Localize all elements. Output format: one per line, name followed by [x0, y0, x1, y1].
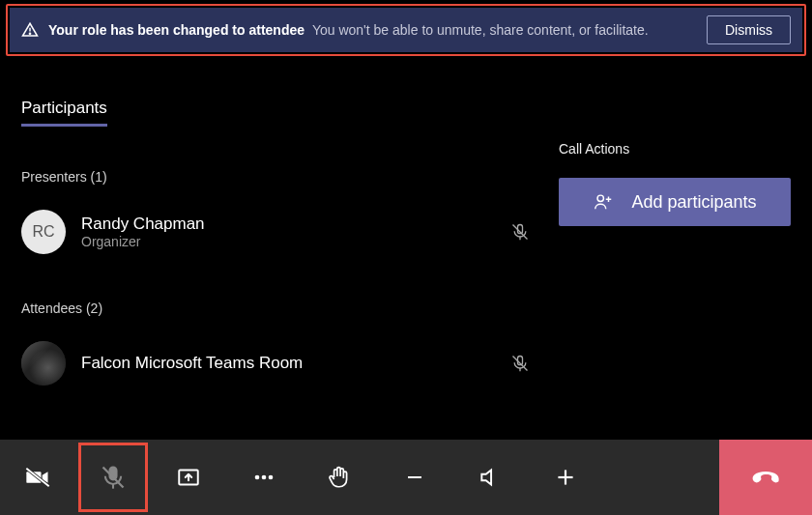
- minus-button[interactable]: [377, 440, 452, 515]
- add-participants-label: Add participants: [631, 192, 756, 213]
- dismiss-button[interactable]: Dismiss: [707, 15, 791, 44]
- hang-up-button[interactable]: [719, 440, 812, 515]
- share-button[interactable]: [151, 440, 226, 515]
- call-actions-label: Call Actions: [559, 141, 791, 157]
- avatar: RC: [21, 210, 66, 254]
- attendee-name: Falcon Microsoft Teams Room: [81, 354, 485, 373]
- presenters-label: Presenters (1): [21, 169, 539, 185]
- call-toolbar: [0, 440, 812, 515]
- banner-text: Your role has been changed to attendee Y…: [48, 22, 697, 38]
- attendees-label: Attendees (2): [21, 300, 539, 316]
- camera-off-button[interactable]: [0, 440, 75, 515]
- attendee-row[interactable]: Falcon Microsoft Teams Room: [21, 341, 539, 386]
- svg-point-18: [262, 475, 267, 480]
- svg-point-17: [255, 475, 260, 480]
- tab-participants[interactable]: Participants: [21, 99, 107, 127]
- warning-icon: [21, 21, 39, 39]
- presenter-row[interactable]: RC Randy Chapman Organizer: [21, 210, 539, 254]
- add-participants-button[interactable]: Add participants: [559, 178, 791, 226]
- mic-muted-icon: [501, 222, 539, 242]
- add-people-icon: [593, 191, 614, 213]
- more-button[interactable]: [226, 440, 302, 515]
- mic-muted-icon: [501, 354, 539, 373]
- role-changed-banner: Your role has been changed to attendee Y…: [10, 8, 802, 52]
- presenter-role: Organizer: [81, 234, 485, 249]
- svg-point-19: [269, 475, 274, 480]
- presenter-name: Randy Chapman: [81, 215, 485, 234]
- plus-button[interactable]: [528, 440, 603, 515]
- raise-hand-button[interactable]: [302, 440, 377, 515]
- svg-point-1: [29, 33, 30, 34]
- mic-off-button[interactable]: [75, 440, 151, 515]
- avatar: [21, 341, 66, 386]
- svg-point-8: [597, 195, 603, 201]
- volume-button[interactable]: [452, 440, 528, 515]
